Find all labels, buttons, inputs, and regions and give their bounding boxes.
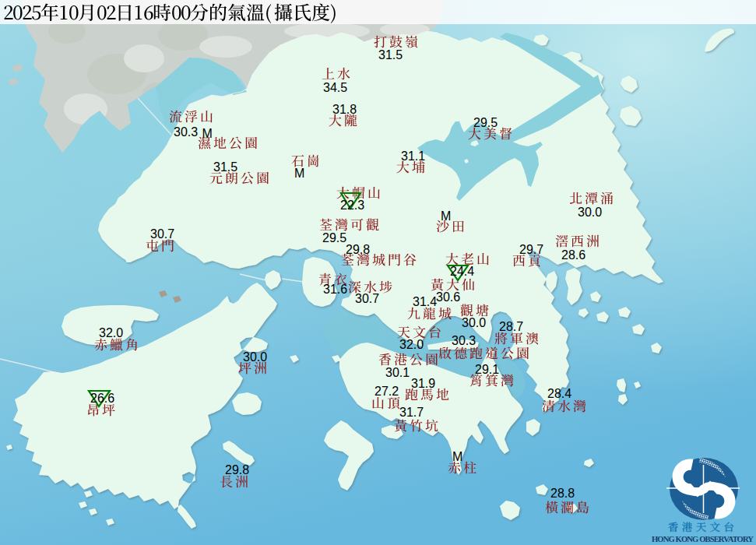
svg-text:28.4: 28.4 bbox=[547, 387, 571, 400]
svg-text:31.8: 31.8 bbox=[332, 103, 357, 116]
svg-text:29.1: 29.1 bbox=[475, 363, 499, 376]
svg-text:M: M bbox=[452, 450, 462, 463]
svg-text:32.0: 32.0 bbox=[99, 326, 123, 339]
svg-text:30.6: 30.6 bbox=[436, 290, 460, 304]
svg-text:28.6: 28.6 bbox=[561, 248, 585, 262]
svg-text:31.6: 31.6 bbox=[323, 283, 347, 296]
svg-text:M: M bbox=[294, 167, 304, 180]
svg-text:31.5: 31.5 bbox=[378, 48, 403, 62]
svg-text:30.3: 30.3 bbox=[452, 334, 476, 347]
svg-text:M: M bbox=[202, 127, 213, 140]
svg-text:31.9: 31.9 bbox=[411, 377, 435, 390]
svg-text:31.7: 31.7 bbox=[399, 406, 424, 419]
svg-text:29.8: 29.8 bbox=[225, 463, 249, 476]
svg-text:31.5: 31.5 bbox=[213, 160, 237, 174]
svg-text:30.7: 30.7 bbox=[150, 227, 174, 241]
svg-text:34.5: 34.5 bbox=[323, 81, 347, 94]
svg-text:30.0: 30.0 bbox=[462, 316, 486, 329]
svg-text:31.1: 31.1 bbox=[401, 149, 425, 163]
svg-text:27.2: 27.2 bbox=[374, 385, 399, 398]
svg-text:32.0: 32.0 bbox=[399, 338, 424, 351]
svg-text:HONG KONG OBSERVATORY: HONG KONG OBSERVATORY bbox=[652, 535, 754, 543]
svg-text:30.0: 30.0 bbox=[578, 206, 602, 219]
svg-text:28.7: 28.7 bbox=[499, 320, 523, 333]
svg-text:22.3: 22.3 bbox=[340, 199, 364, 212]
svg-text:29.7: 29.7 bbox=[519, 243, 543, 256]
svg-text:30.0: 30.0 bbox=[243, 350, 267, 364]
svg-text:29.5: 29.5 bbox=[473, 116, 498, 129]
svg-text:28.8: 28.8 bbox=[550, 487, 575, 500]
svg-text:30.3: 30.3 bbox=[174, 125, 198, 139]
svg-text:31.4: 31.4 bbox=[413, 295, 437, 308]
svg-text:30.1: 30.1 bbox=[385, 366, 410, 379]
svg-text:24.4: 24.4 bbox=[450, 265, 474, 278]
svg-text:30.7: 30.7 bbox=[355, 292, 379, 305]
svg-text:M: M bbox=[441, 209, 451, 223]
svg-text:26.6: 26.6 bbox=[90, 392, 114, 405]
svg-text:29.8: 29.8 bbox=[346, 243, 370, 256]
svg-text:29.5: 29.5 bbox=[322, 231, 346, 244]
